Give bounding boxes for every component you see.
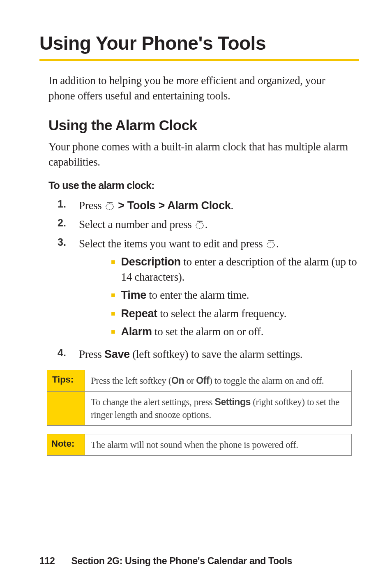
text: Press bbox=[79, 199, 104, 212]
square-bullet-icon: ■ bbox=[111, 290, 115, 302]
text: to set the alarm on or off. bbox=[152, 325, 264, 338]
tips-content-1: Press the left softkey (On or Off) to to… bbox=[85, 370, 351, 391]
step-1: 1. Press > Tools > Alarm Clock. bbox=[58, 198, 359, 213]
text: To change the alert settings, press bbox=[91, 397, 214, 407]
square-bullet-icon: ■ bbox=[111, 257, 115, 284]
text: Select the items you want to edit and pr… bbox=[79, 238, 265, 250]
bold-path: > Tools > Alarm Clock bbox=[115, 199, 231, 212]
section-label: Section 2G: Using the Phone's Calendar a… bbox=[71, 556, 292, 566]
note-box: Note: The alarm will not sound when the … bbox=[47, 434, 352, 456]
text: . bbox=[276, 238, 279, 250]
procedure-heading: To use the alarm clock: bbox=[48, 180, 359, 191]
step-4: 4. Press Save (left softkey) to save the… bbox=[58, 347, 359, 362]
step-text: Select the items you want to edit and pr… bbox=[79, 236, 359, 343]
alarm-intro-paragraph: Your phone comes with a built-in alarm c… bbox=[48, 139, 359, 170]
bullet-alarm: ■Alarm to set the alarm on or off. bbox=[111, 324, 359, 339]
text: . bbox=[205, 218, 208, 231]
svg-rect-0 bbox=[107, 202, 113, 203]
svg-rect-4 bbox=[268, 240, 274, 241]
bold-term: Repeat bbox=[121, 307, 157, 320]
page-footer: 112Section 2G: Using the Phone's Calenda… bbox=[39, 556, 292, 567]
step-3: 3. Select the items you want to edit and… bbox=[58, 236, 359, 343]
tips-label-spacer bbox=[47, 392, 85, 425]
bullet-description: ■Description to enter a description of t… bbox=[111, 254, 359, 284]
bold-term: Save bbox=[104, 348, 130, 360]
step-2: 2. Select a number and press . bbox=[58, 217, 359, 232]
note-label: Note: bbox=[47, 434, 85, 455]
step-text: Press Save (left softkey) to save the al… bbox=[79, 347, 359, 362]
menu-key-icon bbox=[195, 221, 204, 229]
svg-point-3 bbox=[196, 223, 203, 228]
square-bullet-icon: ■ bbox=[111, 327, 115, 339]
text: (left softkey) to save the alarm setting… bbox=[130, 348, 302, 360]
page-title: Using Your Phone's Tools bbox=[39, 32, 359, 54]
bullet-list: ■Description to enter a description of t… bbox=[111, 254, 359, 339]
step-number: 4. bbox=[58, 347, 79, 362]
intro-paragraph: In addition to helping you be more effic… bbox=[39, 73, 359, 104]
step-number: 2. bbox=[58, 217, 79, 232]
text: to select the alarm frequency. bbox=[157, 307, 286, 320]
tips-box: Tips: Press the left softkey (On or Off)… bbox=[47, 370, 352, 426]
bold-off: Off bbox=[196, 375, 209, 386]
text: or bbox=[184, 376, 196, 386]
bold-term: Time bbox=[121, 289, 146, 301]
tips-label: Tips: bbox=[47, 370, 85, 391]
bold-term: Alarm bbox=[121, 325, 152, 338]
svg-point-1 bbox=[106, 204, 113, 210]
bold-on: On bbox=[171, 375, 184, 386]
bold-settings: Settings bbox=[214, 397, 251, 407]
text: to enter the alarm time. bbox=[146, 289, 249, 301]
step-number: 3. bbox=[58, 236, 79, 343]
step-number: 1. bbox=[58, 198, 79, 213]
section-heading-alarm-clock: Using the Alarm Clock bbox=[48, 117, 359, 134]
text: ) to toggle the alarm on and off. bbox=[209, 376, 324, 386]
square-bullet-icon: ■ bbox=[111, 309, 115, 321]
svg-rect-2 bbox=[197, 221, 203, 222]
page-number: 112 bbox=[39, 556, 55, 566]
text: Select a number and press bbox=[79, 218, 194, 231]
bullet-time: ■Time to enter the alarm time. bbox=[111, 288, 359, 302]
tips-content-2: To change the alert settings, press Sett… bbox=[85, 392, 351, 425]
note-content: The alarm will not sound when the phone … bbox=[85, 434, 351, 455]
text: . bbox=[231, 199, 233, 212]
menu-key-icon bbox=[266, 240, 275, 248]
tips-row-2: To change the alert settings, press Sett… bbox=[47, 391, 351, 425]
text: Press bbox=[79, 348, 104, 360]
steps-list: 1. Press > Tools > Alarm Clock. 2. Selec… bbox=[58, 198, 359, 362]
step-text: Press > Tools > Alarm Clock. bbox=[79, 198, 359, 213]
menu-key-icon bbox=[105, 202, 114, 210]
title-rule bbox=[39, 59, 359, 61]
bold-term: Description bbox=[121, 256, 181, 268]
text: Press the left softkey ( bbox=[91, 376, 171, 386]
bullet-repeat: ■Repeat to select the alarm frequency. bbox=[111, 306, 359, 321]
svg-point-5 bbox=[267, 242, 274, 248]
tips-row-1: Tips: Press the left softkey (On or Off)… bbox=[47, 370, 351, 391]
step-text: Select a number and press . bbox=[79, 217, 359, 232]
